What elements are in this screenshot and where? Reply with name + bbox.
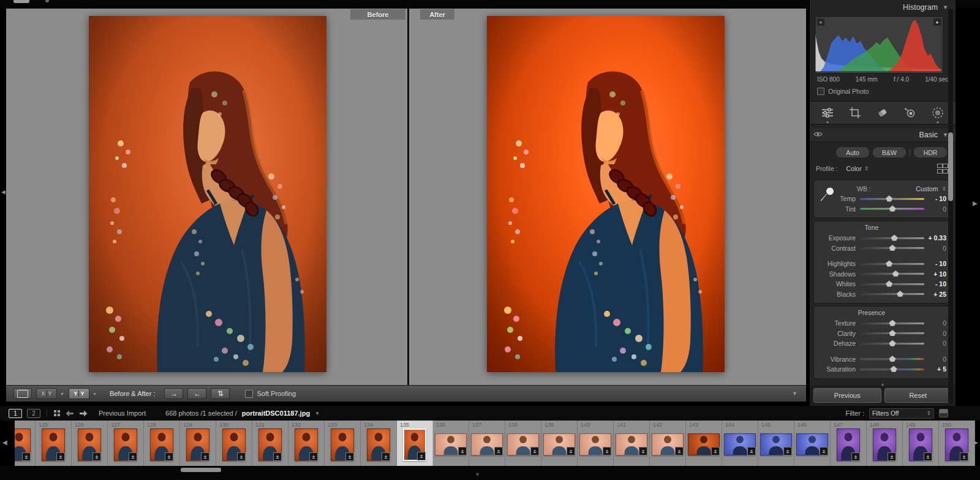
histogram-panel-header[interactable]: Histogram ▼ — [810, 0, 956, 15]
blacks-slider-thumb[interactable] — [897, 291, 903, 297]
after-photo-image[interactable] — [487, 16, 725, 372]
crop-tool[interactable] — [848, 106, 862, 120]
photo-thumbnail[interactable]: ± — [15, 429, 31, 461]
adjustment-badge-icon[interactable]: ± — [567, 447, 575, 455]
bw-button[interactable]: B&W — [873, 147, 906, 158]
blacks-value[interactable]: + 25 — [924, 291, 946, 298]
toolbar-options-caret-icon[interactable]: ▼ — [792, 390, 797, 397]
contrast-label[interactable]: Contrast — [819, 245, 860, 252]
filmstrip-cell-139[interactable]: 139± — [541, 421, 578, 466]
filter-toggle-switch-icon[interactable] — [939, 409, 948, 417]
photo-thumbnail[interactable]: ± — [403, 429, 426, 461]
photo-thumbnail[interactable]: ± — [652, 433, 684, 455]
red-eye-tool[interactable] — [903, 106, 917, 120]
filmstrip-cell-125[interactable]: 125± — [36, 421, 72, 466]
texture-slider-thumb[interactable] — [889, 320, 896, 326]
filmstrip-cell-145[interactable]: 145± — [758, 421, 794, 466]
photo-thumbnail[interactable]: ± — [616, 433, 647, 455]
wb-eyedropper-icon[interactable] — [819, 186, 835, 205]
filmstrip-cell-131[interactable]: 131± — [252, 421, 288, 466]
whites-slider-thumb[interactable] — [886, 281, 892, 287]
bottom-panel-caret-icon[interactable]: ▼ — [475, 471, 480, 478]
masking-tool[interactable] — [931, 106, 944, 120]
photo-thumbnail[interactable]: ± — [760, 433, 792, 455]
tint-value[interactable]: 0 — [924, 205, 946, 213]
tint-slider-thumb[interactable] — [889, 205, 896, 211]
copy-before-to-after-button[interactable]: → — [164, 388, 183, 399]
filmstrip-cell-141[interactable]: 141± — [614, 421, 650, 466]
adjustment-badge-icon[interactable]: ± — [458, 447, 467, 455]
adjustment-badge-icon[interactable]: ± — [309, 452, 318, 461]
filmstrip-cell-134[interactable]: 134± — [361, 421, 397, 466]
previous-button[interactable]: Previous — [813, 388, 881, 403]
filmstrip-cell-133[interactable]: 133± — [325, 421, 361, 466]
adjustment-badge-icon[interactable]: ± — [820, 447, 828, 455]
original-photo-checkbox[interactable] — [817, 88, 824, 95]
texture-value[interactable]: 0 — [924, 319, 946, 327]
filmstrip-cell-147[interactable]: 147± — [831, 421, 867, 466]
clarity-slider-thumb[interactable] — [889, 330, 896, 336]
go-forward-arrow-icon[interactable] — [79, 410, 88, 417]
shadow-clipping-indicator[interactable]: ▲ — [817, 18, 824, 26]
filmstrip-cell-149[interactable]: 149± — [903, 421, 939, 466]
filmstrip-cell-129[interactable]: 129± — [180, 421, 216, 466]
filmstrip-cell-135[interactable]: 135± — [397, 421, 433, 466]
photo-thumbnail[interactable]: ± — [367, 429, 390, 461]
saturation-slider-thumb[interactable] — [891, 366, 897, 372]
filmstrip-scrollbar-thumb[interactable] — [181, 468, 221, 472]
filmstrip-scroll-right-icon[interactable]: ▶ — [973, 439, 978, 446]
wb-dropdown[interactable]: Custom — [916, 185, 938, 192]
shadows-value[interactable]: + 10 — [924, 270, 946, 278]
adjustment-badge-icon[interactable]: ± — [711, 447, 720, 455]
adjustment-badge-icon[interactable]: ± — [494, 447, 503, 455]
photo-thumbnail[interactable]: ± — [150, 429, 173, 461]
photo-thumbnail[interactable]: ± — [507, 433, 539, 455]
filmstrip-cell-126[interactable]: 126± — [72, 421, 108, 466]
adjustment-badge-icon[interactable]: ± — [960, 452, 968, 461]
highlight-clipping-indicator[interactable]: ▲ — [933, 18, 941, 26]
filter-dropdown[interactable]: Filters Off ⇕ — [869, 408, 934, 419]
second-window-button[interactable]: 2 — [27, 409, 40, 418]
compare-view-button[interactable]: XY — [36, 388, 57, 399]
filmstrip-source-label[interactable]: Previous Import — [99, 410, 146, 417]
photo-thumbnail[interactable]: ± — [873, 429, 896, 461]
adjustment-badge-icon[interactable]: ± — [129, 452, 137, 461]
profile-browser-grid-icon[interactable] — [937, 164, 947, 173]
adjustment-badge-icon[interactable]: ± — [22, 452, 31, 461]
filmstrip-source-caret-icon[interactable]: ▼ — [315, 411, 320, 416]
tint-slider[interactable] — [860, 208, 924, 210]
adjustment-badge-icon[interactable]: ± — [201, 452, 209, 461]
edit-sliders-tool[interactable] — [821, 106, 834, 120]
photo-thumbnail[interactable]: ± — [724, 433, 756, 455]
filmstrip-cell-144[interactable]: 144± — [722, 421, 758, 466]
photo-thumbnail[interactable]: ± — [945, 429, 968, 461]
whites-slider[interactable] — [860, 283, 924, 285]
photo-thumbnail[interactable]: ± — [42, 429, 65, 461]
adjustment-badge-icon[interactable]: ± — [165, 452, 173, 461]
photo-thumbnail[interactable]: ± — [471, 433, 503, 455]
photo-thumbnail[interactable]: ± — [909, 429, 932, 461]
histogram-canvas[interactable]: ▲ ▲ — [815, 16, 943, 74]
vibrance-value[interactable]: 0 — [924, 356, 946, 363]
healing-tool[interactable] — [876, 106, 889, 120]
left-panel-expander-icon[interactable]: ◀ — [1, 189, 6, 195]
photo-thumbnail[interactable]: ± — [688, 433, 720, 455]
filmstrip-scroll-left-icon[interactable]: ◀ — [2, 439, 7, 446]
adjustment-badge-icon[interactable]: ± — [417, 452, 426, 460]
dehaze-slider-thumb[interactable] — [889, 340, 896, 346]
adjustment-badge-icon[interactable]: ± — [345, 452, 354, 461]
go-back-arrow-icon[interactable] — [66, 410, 74, 417]
highlights-slider[interactable] — [860, 263, 924, 265]
dehaze-label[interactable]: Dehaze — [819, 340, 860, 347]
shadows-slider[interactable] — [860, 273, 924, 275]
photo-thumbnail[interactable]: ± — [186, 429, 209, 461]
filmstrip-cell-137[interactable]: 137± — [469, 421, 505, 466]
vibrance-label[interactable]: Vibrance — [819, 356, 860, 363]
shadows-label[interactable]: Shadows — [819, 270, 860, 278]
before-after-caret-icon[interactable]: ▼ — [92, 392, 97, 396]
filmstrip-cell-143[interactable]: 143± — [686, 421, 722, 466]
before-photo-image[interactable] — [89, 16, 326, 372]
adjustment-badge-icon[interactable]: ± — [851, 452, 860, 461]
contrast-value[interactable]: 0 — [924, 245, 946, 252]
texture-slider[interactable] — [860, 322, 924, 324]
